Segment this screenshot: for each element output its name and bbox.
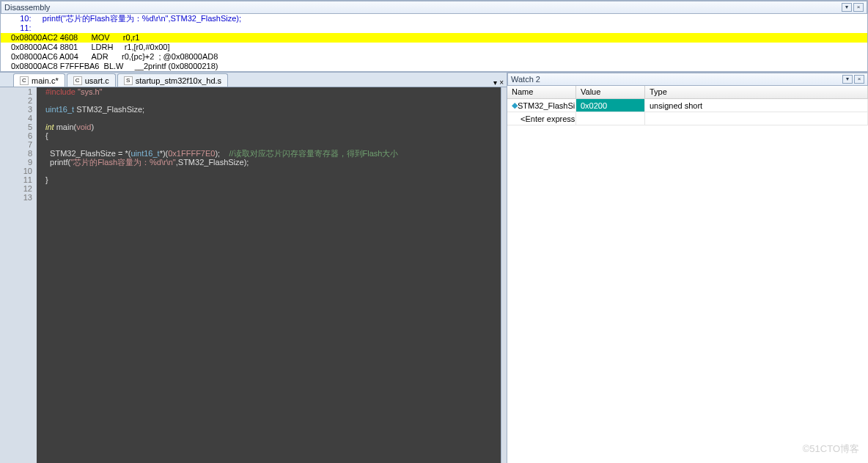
- disasm-row[interactable]: 0x08000AC4 8801 LDRH r1,[r0,#0x00]: [1, 43, 867, 52]
- line-number: 9: [10, 158, 32, 167]
- watch-row[interactable]: <Enter expression>: [507, 112, 868, 125]
- line-number: 6: [10, 131, 32, 140]
- watch-cell-name[interactable]: <Enter expression>: [507, 112, 576, 125]
- watch-col-value[interactable]: Value: [576, 86, 645, 98]
- line-number: 1: [10, 87, 32, 96]
- line-number: 7: [10, 140, 32, 149]
- line-number: 3: [10, 105, 32, 114]
- watch-header[interactable]: Watch 2 ▾ ×: [507, 73, 868, 86]
- disasm-row[interactable]: 11:: [1, 23, 867, 33]
- watch-cell-type[interactable]: unsigned short: [645, 99, 868, 112]
- watch-cell-value[interactable]: 0x0200: [576, 99, 645, 112]
- watch-table-header[interactable]: Name Value Type: [507, 86, 868, 99]
- tab-label: main.c*: [32, 76, 59, 85]
- tab-label: startup_stm32f10x_hd.s: [136, 76, 221, 85]
- disasm-row[interactable]: 0x08000AC8 F7FFFBA6 BL.W __2printf (0x08…: [1, 62, 867, 71]
- line-number: 11: [10, 175, 32, 184]
- watch-col-name[interactable]: Name: [507, 86, 576, 98]
- line-number: 8: [10, 149, 32, 158]
- watch-cell-name[interactable]: ◆ STM32_FlashSi...: [507, 99, 576, 112]
- tab-close-icon[interactable]: ×: [499, 79, 504, 87]
- disasm-row[interactable]: 10: printf("芯片的Flash容量为：%d\r\n",STM32_Fl…: [1, 14, 867, 23]
- line-number: 10: [10, 167, 32, 175]
- watch-panel: Watch 2 ▾ × Name Value Type ◆ STM32_Flas…: [507, 73, 868, 463]
- panel-close-icon[interactable]: ×: [854, 75, 864, 84]
- breakpoint-gutter[interactable]: [0, 87, 10, 463]
- file-icon: C: [73, 76, 82, 85]
- disassembly-title: Disassembly: [4, 3, 50, 12]
- disassembly-body[interactable]: 10: printf("芯片的Flash容量为：%d\r\n",STM32_Fl…: [1, 14, 867, 71]
- watch-body[interactable]: Name Value Type ◆ STM32_FlashSi...0x0200…: [507, 86, 868, 463]
- tab-usart-c[interactable]: Cusart.c: [67, 73, 116, 87]
- line-number-gutter: 12345678910111213: [10, 87, 37, 463]
- tab-startup-stm32f10x-hd-s[interactable]: Sstartup_stm32f10x_hd.s: [117, 73, 228, 87]
- disasm-row[interactable]: 0x08000AC2 4608 MOV r0,r1: [1, 33, 867, 43]
- watch-title: Watch 2: [511, 75, 540, 84]
- tab-dropdown-icon[interactable]: ▾: [493, 79, 497, 87]
- watch-col-type[interactable]: Type: [645, 86, 868, 98]
- watch-cell-value[interactable]: [576, 112, 645, 125]
- editor-tabbar[interactable]: Cmain.c*Cusart.cSstartup_stm32f10x_hd.s …: [0, 73, 507, 87]
- line-number: 4: [10, 114, 32, 123]
- line-number: 2: [10, 96, 32, 105]
- editor-column: Cmain.c*Cusart.cSstartup_stm32f10x_hd.s …: [0, 73, 507, 463]
- line-number: 5: [10, 123, 32, 131]
- panel-dropdown-icon[interactable]: ▾: [842, 3, 852, 12]
- file-icon: C: [20, 76, 29, 85]
- tab-main-c-[interactable]: Cmain.c*: [13, 73, 65, 87]
- panel-dropdown-icon[interactable]: ▾: [842, 75, 853, 84]
- line-number: 13: [10, 193, 32, 202]
- watch-cell-type[interactable]: [645, 112, 868, 125]
- line-number: 12: [10, 184, 32, 193]
- fold-gutter[interactable]: [37, 87, 44, 463]
- overview-ruler[interactable]: [501, 87, 507, 463]
- code-area[interactable]: #include "sys.h" uint16_t STM32_FlashSiz…: [44, 87, 501, 463]
- tab-label: usart.c: [85, 76, 109, 85]
- disassembly-header[interactable]: Disassembly ▾ ×: [1, 1, 867, 14]
- watch-row[interactable]: ◆ STM32_FlashSi...0x0200unsigned short: [507, 99, 868, 112]
- panel-close-icon[interactable]: ×: [853, 3, 864, 12]
- disasm-row[interactable]: 0x08000AC6 A004 ADR r0,{pc}+2 ; @0x08000…: [1, 52, 867, 62]
- code-editor[interactable]: 12345678910111213 #include "sys.h" uint1…: [0, 87, 507, 463]
- disassembly-panel: Disassembly ▾ × 10: printf("芯片的Flash容量为：…: [0, 0, 868, 72]
- file-icon: S: [124, 76, 133, 85]
